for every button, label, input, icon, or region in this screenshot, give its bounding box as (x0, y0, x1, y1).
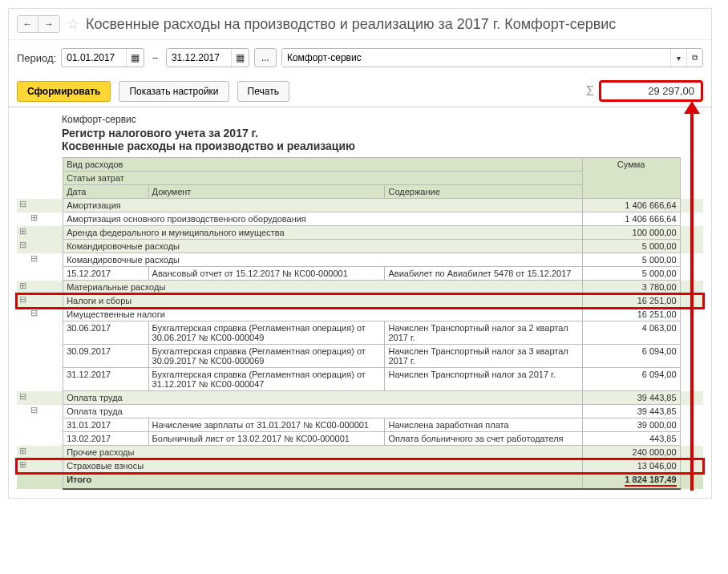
col-content: Содержание (385, 185, 582, 199)
org-select: ▾ ⧉ (281, 48, 703, 67)
tree-toggle[interactable]: ⊟ (17, 391, 28, 405)
row-sum: 1 406 666,64 (582, 212, 680, 226)
row-sum: 100 000,00 (582, 226, 680, 240)
cell-date: 30.06.2017 (63, 321, 148, 345)
nav-arrows: ← → (17, 15, 60, 33)
row-name: Имущественные налоги (63, 308, 583, 321)
cell-doc: Авансовый отчет от 15.12.2017 № КС00-000… (148, 267, 385, 281)
tree-toggle[interactable]: ⊞ (17, 459, 28, 473)
org-dropdown-icon[interactable]: ▾ (670, 49, 686, 67)
show-settings-button[interactable]: Показать настройки (119, 81, 229, 102)
tree-toggle[interactable]: ⊟ (17, 199, 28, 212)
row-sum: 1 406 666,64 (582, 199, 680, 212)
period-picker-button[interactable]: ... (254, 48, 277, 67)
report-reg-title: Регистр налогового учета за 2017 г. (62, 127, 700, 139)
row-name: Амортизация основного производственного … (63, 212, 583, 226)
total-label: Итого (63, 473, 583, 490)
row-name: Аренда федерального и муниципального иму… (63, 226, 583, 240)
cell-content: Начислен Транспортный налог за 3 квартал… (385, 345, 582, 368)
tree-toggle[interactable]: ⊞ (17, 446, 28, 459)
row-sum: 5 000,00 (582, 253, 680, 267)
cell-date: 30.09.2017 (63, 345, 148, 368)
row-name: Амортизация (63, 199, 583, 212)
calendar-to-icon[interactable]: ▦ (231, 49, 249, 67)
sigma-icon: Σ (586, 84, 594, 99)
col-doc: Документ (148, 185, 385, 199)
date-to-field: ▦ (166, 48, 249, 67)
period-label: Период: (17, 52, 56, 64)
cell-content: Авиабилет по Авиабилет 5478 от 15.12.201… (385, 267, 582, 281)
date-dash: – (152, 52, 158, 63)
row-name: Страховые взносы (63, 459, 583, 473)
cell-date: 31.12.2017 (63, 368, 148, 391)
cell-date: 31.01.2017 (63, 418, 148, 432)
cell-sum: 5 000,00 (582, 267, 680, 281)
cell-sum: 39 000,00 (582, 418, 680, 432)
tree-toggle[interactable]: ⊟ (28, 253, 39, 267)
star-icon[interactable]: ☆ (67, 15, 79, 33)
tree-toggle[interactable]: ⊞ (17, 226, 28, 240)
calendar-from-icon[interactable]: ▦ (126, 49, 144, 67)
page-title: Косвенные расходы на производство и реал… (86, 16, 616, 33)
col-kind: Вид расходов (63, 158, 583, 172)
tree-toggle[interactable]: ⊞ (17, 281, 28, 294)
row-sum: 3 780,00 (582, 281, 680, 294)
date-from-field: ▦ (61, 48, 144, 67)
cell-date: 13.02.2017 (63, 432, 148, 446)
tree-toggle[interactable]: ⊞ (28, 212, 39, 226)
report-subtitle: Косвенные расходы на производство и реал… (62, 139, 700, 152)
cell-doc: Бухгалтерская справка (Регламентная опер… (148, 368, 385, 391)
row-name: Материальные расходы (63, 281, 583, 294)
tree-toggle[interactable]: ⊟ (28, 405, 39, 418)
row-sum: 240 000,00 (582, 446, 680, 459)
print-button[interactable]: Печать (237, 81, 289, 102)
row-name: Командировочные расходы (63, 240, 583, 253)
date-to-input[interactable] (167, 52, 231, 63)
row-name: Оплата труда (63, 405, 583, 418)
row-name: Оплата труда (63, 391, 583, 405)
cell-sum: 6 094,00 (582, 368, 680, 391)
org-open-icon[interactable]: ⧉ (686, 49, 702, 67)
cell-content: Начислен Транспортный налог за 2017 г. (385, 368, 582, 391)
cell-doc: Начисление зарплаты от 31.01.2017 № КС00… (148, 418, 385, 432)
total-sum: 1 824 187,49 (582, 473, 680, 490)
report-company: Комфорт-сервис (62, 114, 700, 125)
sum-display: 29 297,00 (599, 80, 703, 102)
row-sum: 16 251,00 (582, 294, 680, 308)
nav-forward-button[interactable]: → (38, 16, 59, 32)
row-sum: 39 443,85 (582, 405, 680, 418)
row-name: Командировочные расходы (63, 253, 583, 267)
row-sum: 5 000,00 (582, 240, 680, 253)
tree-toggle[interactable]: ⊟ (17, 240, 28, 253)
cell-sum: 4 063,00 (582, 321, 680, 345)
org-input[interactable] (282, 49, 670, 67)
cell-content: Начислен Транспортный налог за 2 квартал… (385, 321, 582, 345)
cell-content: Начислена заработная плата (385, 418, 582, 432)
cell-sum: 443,85 (582, 432, 680, 446)
row-sum: 39 443,85 (582, 391, 680, 405)
report-table: Вид расходов Сумма Статьи затрат Дата До… (17, 157, 703, 490)
nav-back-button[interactable]: ← (18, 16, 38, 32)
row-sum: 16 251,00 (582, 308, 680, 321)
date-from-input[interactable] (62, 52, 126, 63)
cell-content: Оплата больничного за счет работодателя (385, 432, 582, 446)
cell-doc: Бухгалтерская справка (Регламентная опер… (148, 345, 385, 368)
col-article: Статьи затрат (63, 172, 583, 185)
cell-date: 15.12.2017 (63, 267, 148, 281)
row-sum: 13 046,00 (582, 459, 680, 473)
row-name: Налоги и сборы (63, 294, 583, 308)
tree-toggle[interactable]: ⊟ (17, 294, 28, 308)
tree-toggle[interactable]: ⊟ (28, 308, 39, 321)
form-button[interactable]: Сформировать (17, 81, 111, 102)
row-name: Прочие расходы (63, 446, 583, 459)
cell-doc: Больничный лист от 13.02.2017 № КС00-000… (148, 432, 385, 446)
col-sum: Сумма (582, 158, 680, 199)
col-date: Дата (63, 185, 148, 199)
cell-sum: 6 094,00 (582, 345, 680, 368)
cell-doc: Бухгалтерская справка (Регламентная опер… (148, 321, 385, 345)
